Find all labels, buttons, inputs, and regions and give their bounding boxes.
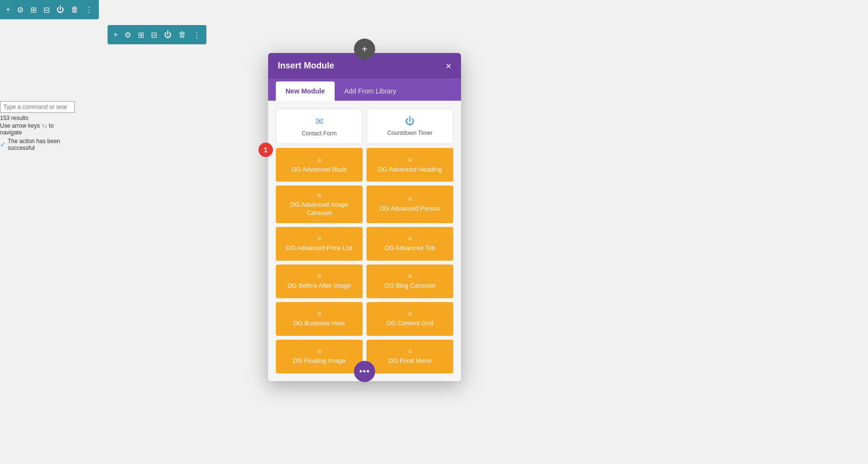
- add-icon-2[interactable]: +: [113, 30, 118, 39]
- layers-icon[interactable]: ⊞: [30, 5, 37, 14]
- module-dg-before-after-image[interactable]: ≡ DG Before After Image: [276, 265, 363, 298]
- dg-food-menu-label: DG Food Menu: [389, 357, 432, 365]
- step-badge: 1: [258, 143, 273, 157]
- dg-advanced-price-list-label: DG Advanced Price List: [286, 244, 352, 252]
- dg-business-hour-icon: ≡: [317, 310, 321, 318]
- dg-advanced-blurb-icon: ≡: [317, 156, 321, 164]
- module-dg-content-grid[interactable]: ≡ DG Content Grid: [366, 302, 453, 336]
- tab-new-module[interactable]: New Module: [276, 81, 335, 101]
- tab-add-from-library[interactable]: Add From Library: [335, 81, 406, 101]
- more-icon-2[interactable]: ⋮: [193, 30, 201, 40]
- power-icon[interactable]: ⏻: [56, 5, 64, 14]
- dg-business-hour-label: DG Business Hour: [293, 319, 345, 328]
- module-dg-blog-carousel[interactable]: ≡ DG Blog Carousel: [366, 265, 453, 298]
- add-icon[interactable]: +: [6, 5, 10, 14]
- second-toolbar: + ⚙ ⊞ ⊟ ⏻ 🗑 ⋮: [108, 25, 206, 44]
- dg-advanced-blurb-label: DG Advanced Blurb: [292, 166, 347, 174]
- trash-icon-2[interactable]: 🗑: [178, 30, 186, 39]
- module-dg-floating-image[interactable]: ≡ DG Floating Image: [276, 340, 363, 373]
- module-dg-advanced-person[interactable]: ≡ DG Advanced Person: [366, 186, 453, 223]
- dg-before-after-image-icon: ≡: [317, 272, 321, 280]
- contact-form-icon: ✉: [315, 116, 324, 127]
- dg-advanced-heading-label: DG Advanced Heading: [378, 166, 442, 174]
- dg-content-grid-label: DG Content Grid: [387, 319, 434, 328]
- dg-advanced-person-label: DG Advanced Person: [380, 205, 440, 213]
- module-dg-business-hour[interactable]: ≡ DG Business Hour: [276, 302, 363, 336]
- dg-before-after-image-label: DG Before After Image: [287, 282, 351, 290]
- module-dg-advanced-blurb[interactable]: ≡ DG Advanced Blurb: [276, 148, 363, 182]
- trash-icon[interactable]: 🗑: [71, 5, 79, 14]
- dg-content-grid-icon: ≡: [408, 310, 412, 318]
- bottom-dots-button[interactable]: •••: [354, 361, 375, 382]
- orange-modules-grid: ≡ DG Advanced Blurb ≡ DG Advanced Headin…: [276, 148, 453, 373]
- dg-advanced-price-list-icon: ≡: [317, 235, 321, 242]
- modal-tabs: New Module Add From Library: [268, 79, 461, 101]
- module-contact-form[interactable]: ✉ Contact Form: [276, 108, 363, 144]
- left-content: 153 results Use arrow keys ↑↓ to navigat…: [0, 101, 77, 151]
- dg-advanced-image-carousel-label: DG Advanced Image Carousel: [280, 201, 359, 217]
- top-toolbar: + ⚙ ⊞ ⊟ ⏻ 🗑 ⋮: [0, 0, 99, 19]
- dg-advanced-person-icon: ≡: [408, 195, 412, 203]
- dg-floating-image-label: DG Floating Image: [293, 357, 345, 365]
- dg-advanced-tab-label: DG Advanced Tab: [385, 244, 435, 252]
- more-icon[interactable]: ⋮: [85, 5, 93, 14]
- insert-module-modal: Insert Module × New Module Add From Libr…: [268, 53, 461, 381]
- modal-close-button[interactable]: ×: [446, 61, 451, 71]
- module-dg-advanced-price-list[interactable]: ≡ DG Advanced Price List: [276, 227, 363, 261]
- results-count: 153 results: [0, 115, 77, 121]
- module-dg-advanced-image-carousel[interactable]: ≡ DG Advanced Image Carousel: [276, 186, 363, 223]
- grid-icon-2[interactable]: ⊟: [151, 30, 157, 40]
- dg-blog-carousel-label: DG Blog Carousel: [385, 282, 435, 290]
- dg-advanced-image-carousel-icon: ≡: [317, 191, 321, 199]
- dg-advanced-tab-icon: ≡: [408, 235, 412, 242]
- module-dg-advanced-tab[interactable]: ≡ DG Advanced Tab: [366, 227, 453, 261]
- nav-hint: Use arrow keys ↑↓ to navigate: [0, 122, 77, 136]
- success-message: ✓ The action has been successful: [0, 138, 77, 151]
- module-dg-food-menu[interactable]: ≡ DG Food Menu: [366, 340, 453, 373]
- dg-food-menu-icon: ≡: [408, 347, 412, 355]
- dg-advanced-heading-icon: ≡: [408, 156, 412, 164]
- white-modules-row: ✉ Contact Form ⏻ Countdown Timer: [276, 108, 453, 144]
- settings-icon[interactable]: ⚙: [17, 5, 24, 14]
- countdown-timer-icon: ⏻: [405, 116, 415, 127]
- dg-blog-carousel-icon: ≡: [408, 272, 412, 280]
- layers-icon-2[interactable]: ⊞: [138, 30, 144, 40]
- countdown-timer-label: Countdown Timer: [387, 130, 433, 136]
- dg-floating-image-icon: ≡: [317, 347, 321, 355]
- grid-icon[interactable]: ⊟: [43, 5, 50, 14]
- check-icon: ✓: [0, 141, 6, 148]
- settings-icon-2[interactable]: ⚙: [124, 30, 131, 40]
- contact-form-label: Contact Form: [302, 130, 337, 137]
- power-icon-2[interactable]: ⏻: [164, 30, 172, 39]
- add-module-button-top[interactable]: +: [354, 39, 375, 60]
- modal-body: ✉ Contact Form ⏻ Countdown Timer ≡ DG Ad…: [268, 101, 461, 381]
- module-dg-advanced-heading[interactable]: ≡ DG Advanced Heading: [366, 148, 453, 182]
- search-input[interactable]: [0, 101, 75, 113]
- module-countdown-timer[interactable]: ⏻ Countdown Timer: [366, 108, 453, 144]
- modal-title: Insert Module: [278, 61, 334, 71]
